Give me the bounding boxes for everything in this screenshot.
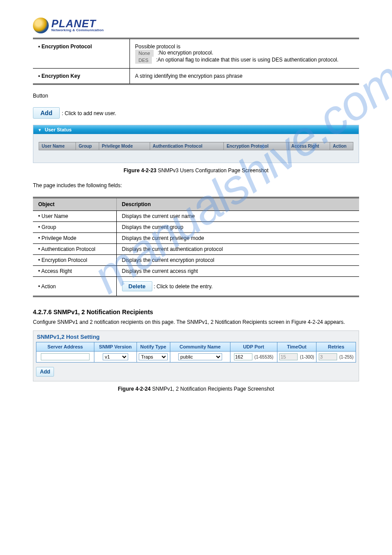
col-header: TimeOut [277,342,316,352]
host-panel-title: SNMPv1,2 Host Setting [37,334,355,340]
col-header: Group [76,142,99,150]
snmp-host-panel: SNMPv1,2 Host Setting Server Address SNM… [33,330,359,381]
text: Possible protocol is [135,44,180,50]
obj-desc: Displays the current privilege mode [116,233,359,244]
figure-text: SNMPv3 Users Configuration Page Screensh… [156,167,268,174]
text: : Click to add new user. [62,110,116,116]
obj-label: Group [42,224,56,230]
obj-label: Encryption Protocol [42,257,87,263]
row-label: Encryption Protocol [42,44,92,50]
col-header: Privilege Mode [99,142,150,150]
obj-label: Authentication Protocol [41,246,95,252]
logo-main: PLANET [51,19,104,29]
obj-label: Privilege Mode [42,235,76,241]
col-header: Community Name [170,342,230,352]
range-text: (1-65535) [255,355,273,359]
text: :An optional flag to indicate that this … [156,57,338,63]
col-header: SNMP Version [94,342,137,352]
community-select[interactable]: public [178,353,222,360]
obj-desc: Displays the current authentication prot… [116,244,359,255]
timeout-input[interactable] [279,353,298,360]
obj-label: Access Right [41,268,72,274]
chip-des: DES [135,57,152,64]
col-header: Object [33,198,116,211]
obj-desc: Displays the current access right [116,266,359,277]
udp-port-input[interactable] [234,353,252,360]
logo-icon [33,18,49,33]
col-header: Encryption Protocol [224,142,288,150]
obj-label: User Name [42,213,68,219]
logo-sub: Networking & Communication [51,28,104,32]
snmp-host-table: Server Address SNMP Version Notify Type … [36,342,356,363]
chevron-down-icon: ▼ [38,128,42,132]
figure-caption: Figure 4-2-23 SNMPv3 Users Configuration… [33,167,359,174]
server-address-input[interactable] [41,353,90,360]
add-button[interactable]: Add [33,107,60,119]
col-header: Action [330,142,353,150]
text: :No encryption protocol. [158,50,213,56]
obj-desc: : Click to delete the entry. [154,283,213,290]
obj-desc: Displays the current user name [116,211,359,222]
retries-input[interactable] [319,353,337,360]
user-status-table: User Name Group Privilege Mode Authentic… [39,142,353,150]
snmp-version-select[interactable]: v1 [103,353,128,360]
add-host-button[interactable]: Add [36,367,54,377]
col-header: Access Right [288,142,330,150]
text: A string identifying the encryption pass… [129,69,359,84]
col-header: Description [116,198,359,211]
obj-desc: Displays the current encryption protocol [116,255,359,266]
panel-title: User Status [45,127,72,132]
col-header: UDP Port [230,342,277,352]
col-header: User Name [39,142,76,150]
col-header: Notify Type [137,342,170,352]
intro-text: The page includes the following fields: [33,181,359,190]
section-heading: 4.2.7.6 SNMPv1, 2 Notification Recipient… [33,308,359,316]
chip-none: None [135,50,154,57]
col-header: Authentication Protocol [150,142,223,150]
range-text: (1-255) [339,355,353,359]
figure-number: Figure 4-2-23 [123,167,156,174]
encryption-desc-table: • Encryption Protocol Possible protocol … [33,39,359,85]
col-header: Retries [316,342,356,352]
row-label: Encryption Key [42,73,80,79]
obj-desc: Displays the current group [116,222,359,233]
logo: PLANET Networking & Communication [33,18,359,33]
col-header: Server Address [36,342,94,352]
notify-type-select[interactable]: Traps [139,353,168,360]
panel-header: ▼ User Status [33,125,359,134]
figure-number: Figure 4-2-24 [118,386,151,392]
button-desc-row: Button [33,92,359,100]
obj-label: Action [41,283,56,290]
range-text: (1-300) [300,355,314,359]
delete-button[interactable]: Delete [122,281,152,291]
figure-caption: Figure 4-2-24 SNMPv1, 2 Notification Rec… [33,386,359,392]
object-desc-table: Object Description • User NameDisplays t… [33,197,359,297]
user-status-panel: ▼ User Status User Name Group Privilege … [33,125,359,163]
figure-text: SNMPv1, 2 Notification Recipients Page S… [151,386,274,392]
section-subtext: Configure SNMPv1 and 2 notification reci… [33,319,359,325]
